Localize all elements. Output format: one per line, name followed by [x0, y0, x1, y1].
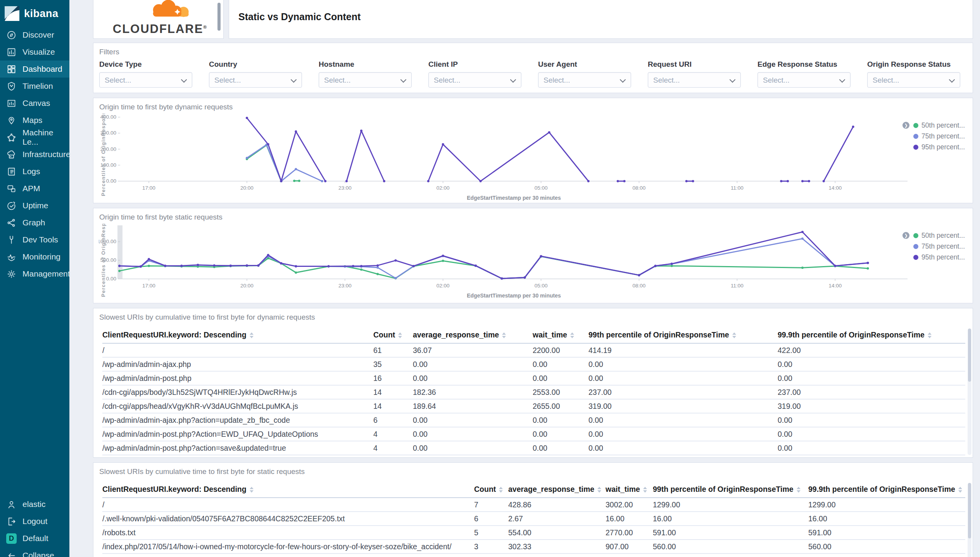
column-header[interactable]: wait_time: [533, 327, 588, 343]
column-header[interactable]: 99th percentile of OriginResponseTime: [653, 481, 808, 498]
table-cell: 1299.00: [808, 498, 965, 512]
filter-label: Edge Response Status: [757, 60, 851, 69]
legend-item[interactable]: 95th percent...: [913, 143, 965, 151]
sidebar-item-label: Management: [22, 269, 70, 278]
table-cell: 0.00: [413, 441, 533, 455]
table-cell: 0.00: [778, 413, 965, 427]
sidebar-item-collapse[interactable]: Collapse: [0, 547, 69, 557]
filter-label: Origin Response Status: [867, 60, 960, 69]
table-cell: 4: [373, 455, 413, 458]
table-cell: /wp-admin/admin-post.php?…: [102, 455, 373, 458]
table-row: /wp-admin/admin-post.php160.000.000.000.…: [102, 371, 965, 385]
legend-label: 95th percent...: [921, 143, 965, 151]
column-header[interactable]: Count: [373, 327, 413, 343]
table-cell: /wp-admin/admin-ajax.php: [102, 357, 373, 371]
legend-item[interactable]: 95th percent...: [913, 253, 965, 261]
apm-icon: [6, 183, 17, 194]
sidebar-item-logout[interactable]: Logout: [0, 513, 69, 530]
table-cell: 0.00: [413, 455, 533, 458]
legend-expand-icon[interactable]: ❯: [902, 232, 909, 239]
filter-select[interactable]: Select...: [99, 72, 192, 88]
sidebar-item-apm[interactable]: APM: [0, 180, 69, 197]
table-row: /wp-admin/admin-post.php?Action=EWD_UFAQ…: [102, 427, 965, 441]
table-cell: 422.00: [778, 343, 965, 357]
graph-icon: [6, 218, 17, 228]
sidebar-item-canvas[interactable]: Canvas: [0, 95, 69, 112]
sidebar-item-discover[interactable]: Discover: [0, 26, 69, 43]
sidebar-item-infrastructure[interactable]: Infrastructure: [0, 146, 69, 163]
sidebar-item-default[interactable]: DDefault: [0, 530, 69, 547]
svg-text:20:00: 20:00: [240, 185, 254, 191]
dashboard-main: CLOUDFLARE® Static vs Dynamic Content Fi…: [69, 0, 980, 557]
table-cell: 423.00: [653, 554, 808, 557]
column-header[interactable]: average_response_time: [508, 481, 606, 498]
table-title: Slowest URIs by cumulative time to first…: [93, 308, 973, 322]
table-cell: 319.00: [588, 399, 778, 413]
column-header[interactable]: Count: [474, 481, 508, 498]
table-row: /index.php/2017/05/14/how-i-owned-my-mot…: [102, 540, 965, 554]
sidebar-item-uptime[interactable]: Uptime: [0, 197, 69, 214]
sidebar-item-elastic[interactable]: elastic: [0, 496, 69, 513]
table-cell: 0.00: [413, 357, 533, 371]
filter-select[interactable]: Select...: [319, 72, 412, 88]
table-title: Slowest URIs by cumulative time to first…: [93, 463, 973, 476]
svg-text:11:00: 11:00: [731, 283, 744, 289]
sort-icon: [398, 332, 402, 338]
sidebar-item-visualize[interactable]: Visualize: [0, 43, 69, 61]
sidebar-footer: elasticLogoutDDefaultCollapse: [0, 496, 69, 557]
scrollbar-thumb[interactable]: [968, 483, 971, 538]
column-header[interactable]: ClientRequestURI.keyword: Descending: [102, 327, 373, 343]
scrollbar-thumb[interactable]: [968, 329, 971, 382]
sort-icon: [502, 332, 506, 338]
legend-label: 75th percent...: [921, 132, 965, 140]
sidebar-item-label: Visualize: [22, 47, 55, 57]
filter-select[interactable]: Select...: [538, 72, 631, 88]
table-cell: 61: [373, 343, 413, 357]
sidebar-item-management[interactable]: Management: [0, 265, 69, 282]
table-cell: 0.00: [778, 455, 965, 458]
legend-expand-icon[interactable]: ❯: [902, 122, 909, 129]
column-header[interactable]: 99th percentile of OriginResponseTime: [588, 327, 778, 343]
sidebar-item-dev-tools[interactable]: Dev Tools: [0, 231, 69, 248]
sidebar-item-machine-le[interactable]: Machine Le...: [0, 129, 69, 146]
sidebar-item-monitoring[interactable]: Monitoring: [0, 248, 69, 265]
panel-scrollbar[interactable]: [217, 3, 221, 31]
select-placeholder: Select...: [543, 76, 570, 85]
table-cell: 0.00: [778, 371, 965, 385]
filter-label: User Agent: [538, 60, 631, 69]
filter-select[interactable]: Select...: [757, 72, 851, 88]
chevron-down-icon: [291, 77, 297, 83]
chevron-down-icon: [839, 77, 845, 83]
line-chart-dynamic: 0.00100.00200.00300.00400.0017:0020:0023…: [99, 114, 963, 202]
legend-item[interactable]: ❯50th percent...: [913, 232, 965, 240]
table-cell: 16.00: [808, 512, 965, 526]
legend-item[interactable]: 75th percent...: [913, 132, 965, 140]
legend-item[interactable]: ❯50th percent...: [913, 121, 965, 130]
filter-select[interactable]: Select...: [428, 72, 521, 88]
sidebar-item-maps[interactable]: Maps: [0, 112, 69, 129]
column-header[interactable]: 99.9th percentile of OriginResponseTime: [808, 481, 965, 498]
filter-select[interactable]: Select...: [648, 72, 741, 88]
filter-select[interactable]: Select...: [209, 72, 302, 88]
table-cell: /wp-admin/admin-post.php?Action=EWD_UFAQ…: [102, 427, 373, 441]
kibana-logo[interactable]: kibana: [0, 0, 69, 26]
table-cell: 1299.00: [653, 498, 808, 512]
column-header[interactable]: wait_time: [606, 481, 653, 498]
sidebar-item-dashboard[interactable]: Dashboard: [0, 61, 69, 78]
sidebar-nav: DiscoverVisualizeDashboardTimelionCanvas…: [0, 26, 69, 282]
table-cell: /wp-admin/admin-ajax.php?action=update_z…: [102, 413, 373, 427]
table-row: /wp-admin/admin-post.php?action=save&upd…: [102, 441, 965, 455]
svg-text:Percentiles of OriginResponse: Percentiles of OriginResponse: [100, 224, 106, 297]
svg-text:23:00: 23:00: [338, 185, 352, 191]
sidebar-item-logs[interactable]: Logs: [0, 163, 69, 180]
sidebar-item-label: Uptime: [22, 201, 48, 210]
filter-select[interactable]: Select...: [867, 72, 960, 88]
legend-item[interactable]: 75th percent...: [913, 242, 965, 251]
column-header[interactable]: 99.9th percentile of OriginResponseTime: [778, 327, 965, 343]
column-header[interactable]: average_response_time: [413, 327, 533, 343]
sidebar-item-graph[interactable]: Graph: [0, 214, 69, 231]
sidebar: kibana DiscoverVisualizeDashboardTimelio…: [0, 0, 69, 557]
sidebar-item-timelion[interactable]: Timelion: [0, 78, 69, 95]
column-header[interactable]: ClientRequestURI.keyword: Descending: [102, 481, 474, 498]
table-cell: 6: [474, 512, 508, 526]
